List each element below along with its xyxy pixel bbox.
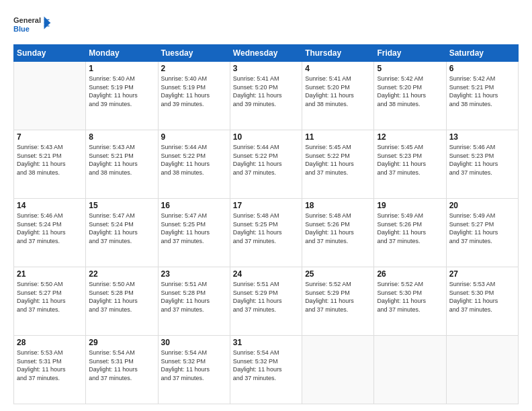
calendar-day-cell [446, 336, 518, 404]
day-number: 17 [233, 201, 299, 210]
day-info: Sunrise: 5:45 AMSunset: 5:23 PMDaylight:… [377, 143, 443, 177]
calendar-day-header: Friday [374, 45, 446, 62]
day-info: Sunrise: 5:44 AMSunset: 5:22 PMDaylight:… [233, 143, 299, 177]
calendar-day-cell: 26Sunrise: 5:52 AMSunset: 5:30 PMDayligh… [374, 267, 446, 336]
calendar-day-cell: 1Sunrise: 5:40 AMSunset: 5:19 PMDaylight… [86, 62, 158, 130]
calendar-day-cell: 15Sunrise: 5:47 AMSunset: 5:24 PMDayligh… [86, 199, 158, 267]
calendar-day-cell: 4Sunrise: 5:41 AMSunset: 5:20 PMDaylight… [302, 62, 374, 130]
day-info: Sunrise: 5:54 AMSunset: 5:32 PMDaylight:… [233, 349, 299, 382]
calendar-day-cell: 29Sunrise: 5:54 AMSunset: 5:31 PMDayligh… [86, 336, 158, 404]
calendar-day-header: Monday [86, 45, 158, 62]
day-number: 16 [161, 201, 227, 210]
day-info: Sunrise: 5:52 AMSunset: 5:30 PMDaylight:… [377, 280, 443, 314]
calendar-day-cell: 3Sunrise: 5:41 AMSunset: 5:20 PMDaylight… [230, 62, 302, 130]
calendar-table: SundayMondayTuesdayWednesdayThursdayFrid… [13, 44, 519, 404]
calendar-day-cell: 31Sunrise: 5:54 AMSunset: 5:32 PMDayligh… [230, 336, 302, 404]
calendar-day-cell: 2Sunrise: 5:40 AMSunset: 5:19 PMDaylight… [158, 62, 230, 130]
day-number: 24 [233, 269, 299, 279]
day-number: 1 [89, 64, 154, 73]
day-number: 3 [233, 64, 299, 73]
day-number: 30 [161, 338, 227, 347]
day-number: 29 [89, 338, 154, 347]
day-info: Sunrise: 5:49 AMSunset: 5:27 PMDaylight:… [449, 212, 515, 245]
day-number: 9 [161, 132, 227, 142]
calendar-day-cell: 11Sunrise: 5:45 AMSunset: 5:22 PMDayligh… [302, 130, 374, 199]
calendar-day-cell: 23Sunrise: 5:51 AMSunset: 5:28 PMDayligh… [158, 267, 230, 336]
day-number: 7 [17, 132, 83, 142]
calendar-day-cell: 6Sunrise: 5:42 AMSunset: 5:21 PMDaylight… [446, 62, 518, 130]
day-number: 12 [377, 132, 443, 142]
logo-icon: General Blue [13, 11, 50, 38]
calendar-day-cell: 24Sunrise: 5:51 AMSunset: 5:29 PMDayligh… [230, 267, 302, 336]
calendar-day-cell: 16Sunrise: 5:47 AMSunset: 5:25 PMDayligh… [158, 199, 230, 267]
calendar-day-cell: 30Sunrise: 5:54 AMSunset: 5:32 PMDayligh… [158, 336, 230, 404]
day-info: Sunrise: 5:41 AMSunset: 5:20 PMDaylight:… [305, 75, 371, 108]
day-info: Sunrise: 5:45 AMSunset: 5:22 PMDaylight:… [305, 143, 371, 177]
calendar-day-cell [14, 62, 86, 130]
day-info: Sunrise: 5:43 AMSunset: 5:21 PMDaylight:… [89, 143, 154, 177]
calendar-day-cell: 22Sunrise: 5:50 AMSunset: 5:28 PMDayligh… [86, 267, 158, 336]
day-number: 11 [305, 132, 371, 142]
day-number: 22 [89, 269, 154, 279]
calendar-day-cell: 27Sunrise: 5:53 AMSunset: 5:30 PMDayligh… [446, 267, 518, 336]
day-info: Sunrise: 5:48 AMSunset: 5:26 PMDaylight:… [305, 212, 371, 245]
day-info: Sunrise: 5:54 AMSunset: 5:32 PMDaylight:… [161, 349, 227, 382]
calendar-day-cell: 25Sunrise: 5:52 AMSunset: 5:29 PMDayligh… [302, 267, 374, 336]
calendar-day-cell: 18Sunrise: 5:48 AMSunset: 5:26 PMDayligh… [302, 199, 374, 267]
day-info: Sunrise: 5:47 AMSunset: 5:24 PMDaylight:… [89, 212, 154, 245]
calendar-day-cell: 7Sunrise: 5:43 AMSunset: 5:21 PMDaylight… [14, 130, 86, 199]
calendar-day-cell: 9Sunrise: 5:44 AMSunset: 5:22 PMDaylight… [158, 130, 230, 199]
day-number: 4 [305, 64, 371, 73]
day-info: Sunrise: 5:50 AMSunset: 5:27 PMDaylight:… [17, 280, 83, 314]
day-number: 13 [449, 132, 515, 142]
day-info: Sunrise: 5:42 AMSunset: 5:20 PMDaylight:… [377, 75, 443, 108]
calendar-day-header: Tuesday [158, 45, 230, 62]
day-number: 25 [305, 269, 371, 279]
day-info: Sunrise: 5:40 AMSunset: 5:19 PMDaylight:… [161, 75, 227, 108]
calendar-day-header: Saturday [446, 45, 518, 62]
day-info: Sunrise: 5:51 AMSunset: 5:28 PMDaylight:… [161, 280, 227, 314]
day-number: 6 [449, 64, 515, 73]
calendar-day-cell: 14Sunrise: 5:46 AMSunset: 5:24 PMDayligh… [14, 199, 86, 267]
day-number: 28 [17, 338, 83, 347]
day-info: Sunrise: 5:40 AMSunset: 5:19 PMDaylight:… [89, 75, 154, 108]
day-info: Sunrise: 5:42 AMSunset: 5:21 PMDaylight:… [449, 75, 515, 108]
calendar-day-cell: 10Sunrise: 5:44 AMSunset: 5:22 PMDayligh… [230, 130, 302, 199]
calendar-week-row: 7Sunrise: 5:43 AMSunset: 5:21 PMDaylight… [14, 130, 519, 199]
calendar-day-cell: 21Sunrise: 5:50 AMSunset: 5:27 PMDayligh… [14, 267, 86, 336]
day-number: 2 [161, 64, 227, 73]
calendar-day-cell: 20Sunrise: 5:49 AMSunset: 5:27 PMDayligh… [446, 199, 518, 267]
logo: General Blue [13, 11, 50, 38]
calendar-day-cell: 13Sunrise: 5:46 AMSunset: 5:23 PMDayligh… [446, 130, 518, 199]
calendar-day-header: Thursday [302, 45, 374, 62]
day-number: 31 [233, 338, 299, 347]
day-number: 14 [17, 201, 83, 210]
day-info: Sunrise: 5:53 AMSunset: 5:30 PMDaylight:… [449, 280, 515, 314]
calendar-week-row: 28Sunrise: 5:53 AMSunset: 5:31 PMDayligh… [14, 336, 519, 404]
day-info: Sunrise: 5:47 AMSunset: 5:25 PMDaylight:… [161, 212, 227, 245]
day-info: Sunrise: 5:49 AMSunset: 5:26 PMDaylight:… [377, 212, 443, 245]
calendar-day-cell: 19Sunrise: 5:49 AMSunset: 5:26 PMDayligh… [374, 199, 446, 267]
calendar-day-cell [302, 336, 374, 404]
page: General Blue SundayMondayTuesdayWednesda… [0, 0, 532, 411]
day-info: Sunrise: 5:51 AMSunset: 5:29 PMDaylight:… [233, 280, 299, 314]
day-info: Sunrise: 5:53 AMSunset: 5:31 PMDaylight:… [17, 349, 83, 382]
calendar-week-row: 14Sunrise: 5:46 AMSunset: 5:24 PMDayligh… [14, 199, 519, 267]
day-number: 10 [233, 132, 299, 142]
calendar-day-cell: 8Sunrise: 5:43 AMSunset: 5:21 PMDaylight… [86, 130, 158, 199]
day-info: Sunrise: 5:54 AMSunset: 5:31 PMDaylight:… [89, 349, 154, 382]
calendar-day-header: Wednesday [230, 45, 302, 62]
day-info: Sunrise: 5:52 AMSunset: 5:29 PMDaylight:… [305, 280, 371, 314]
calendar-header-row: SundayMondayTuesdayWednesdayThursdayFrid… [14, 45, 519, 62]
day-number: 21 [17, 269, 83, 279]
calendar-day-cell: 28Sunrise: 5:53 AMSunset: 5:31 PMDayligh… [14, 336, 86, 404]
day-number: 20 [449, 201, 515, 210]
day-info: Sunrise: 5:41 AMSunset: 5:20 PMDaylight:… [233, 75, 299, 108]
calendar-day-cell: 12Sunrise: 5:45 AMSunset: 5:23 PMDayligh… [374, 130, 446, 199]
day-info: Sunrise: 5:48 AMSunset: 5:25 PMDaylight:… [233, 212, 299, 245]
calendar-day-cell: 17Sunrise: 5:48 AMSunset: 5:25 PMDayligh… [230, 199, 302, 267]
svg-text:General: General [13, 16, 41, 24]
calendar-day-header: Sunday [14, 45, 86, 62]
day-number: 18 [305, 201, 371, 210]
day-info: Sunrise: 5:44 AMSunset: 5:22 PMDaylight:… [161, 143, 227, 177]
